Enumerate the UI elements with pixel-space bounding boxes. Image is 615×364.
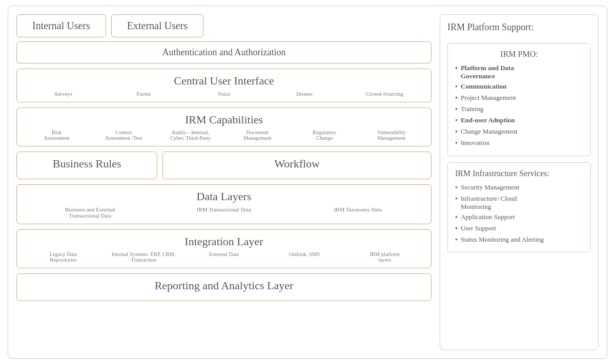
irm-capabilities-items: RiskAssessment ControlAssessment /Test A… — [23, 130, 425, 141]
central-ui-voice: Voice — [184, 91, 264, 97]
pmo-item-communication: Communication — [455, 81, 583, 93]
infra-title: IRM Infrastructure Services: — [455, 169, 583, 178]
data-business: Business and ExternalTransactional Data — [23, 206, 157, 219]
infra-item-user-support: User Support — [455, 223, 583, 234]
irm-pmo-title: IRM PMO: — [455, 50, 583, 59]
data-layers-title: Data Layers — [23, 190, 425, 203]
data-irm-transactional: IRM Transactional Data — [157, 206, 291, 219]
int-external-data: External Data — [184, 251, 264, 263]
int-legacy: Legacy DataRepositories — [23, 251, 104, 263]
int-outlook: Outlook, SMS — [264, 251, 344, 263]
pmo-item-change: Change Management — [455, 126, 583, 138]
infra-item-status: Status Monitoring and Alerting — [455, 234, 583, 246]
pmo-item-project: Project Management — [455, 93, 583, 104]
central-ui-surveys: Surveys — [23, 91, 104, 97]
main-container: Internal Users External Users Authentica… — [8, 6, 607, 359]
central-ui-drones: Drones — [264, 91, 344, 97]
external-users-label: External Users — [127, 20, 188, 31]
infra-list: Security Management Infrastructure/ Clou… — [455, 182, 583, 246]
central-ui-forms: Forms — [104, 91, 184, 97]
cap-control: ControlAssessment /Test — [90, 130, 157, 141]
central-ui-box: Central User Interface Surveys Forms Voi… — [16, 69, 432, 102]
data-irm-taxonomy: IRM Taxonomy Data — [291, 206, 425, 219]
cap-audits: Audits – Internal,Cyber, Third-Party — [157, 130, 224, 141]
business-rules-box: Business Rules — [16, 152, 157, 179]
irm-pmo-box: IRM PMO: Platform and DataGovernance Com… — [447, 43, 591, 156]
integration-layer-title: Integration Layer — [23, 235, 425, 248]
infra-item-cloud: Infrastructure/ CloudMonitoring — [455, 194, 583, 212]
reporting-box: Reporting and Analytics Layer — [16, 273, 432, 301]
irm-capabilities-title: IRM Capabilities — [23, 113, 425, 126]
platform-support-title: IRM Platform Support: — [447, 22, 591, 33]
pmo-item-enduser: End-user Adoption — [455, 115, 583, 126]
pmo-item-training: Training — [455, 104, 583, 115]
pmo-item-innovation: Innovation — [455, 138, 583, 149]
irm-pmo-list: Platform and DataGovernance Communicatio… — [455, 63, 583, 149]
auth-box: Authentication and Authorization — [16, 41, 432, 63]
workflow-box: Workflow — [162, 152, 432, 179]
right-panel: IRM Platform Support: IRM PMO: Platform … — [440, 14, 599, 350]
left-panel: Internal Users External Users Authentica… — [16, 14, 432, 350]
cap-risk: RiskAssessment — [23, 130, 90, 141]
pmo-item-platform: Platform and DataGovernance — [455, 63, 583, 81]
data-layers-items: Business and ExternalTransactional Data … — [23, 206, 425, 219]
cap-regulatory: RegulatoryChange — [291, 130, 358, 141]
integration-layer-box: Integration Layer Legacy DataRepositorie… — [16, 229, 432, 268]
reporting-title: Reporting and Analytics Layer — [23, 279, 425, 292]
auth-label: Authentication and Authorization — [162, 47, 286, 57]
cap-document: DocumentManagement — [224, 130, 291, 141]
irm-capabilities-box: IRM Capabilities RiskAssessment ControlA… — [16, 108, 432, 146]
data-layers-box: Data Layers Business and ExternalTransac… — [16, 184, 432, 224]
integration-items: Legacy DataRepositories Internal Systems… — [23, 251, 425, 263]
rules-workflow-row: Business Rules Workflow — [16, 152, 432, 179]
irm-infra-box: IRM Infrastructure Services: Security Ma… — [447, 162, 591, 253]
workflow-title: Workflow — [169, 157, 425, 170]
int-irm-platform: IRM platformlayers — [344, 251, 425, 263]
central-ui-items: Surveys Forms Voice Drones Crowd-Sourcin… — [23, 91, 425, 97]
cap-vulnerability: VulnerabilityManagement — [358, 130, 425, 141]
internal-users-box: Internal Users — [16, 14, 106, 37]
user-boxes: Internal Users External Users — [16, 14, 432, 37]
internal-users-label: Internal Users — [32, 20, 90, 31]
central-ui-crowdsourcing: Crowd-Sourcing — [344, 91, 425, 97]
external-users-box: External Users — [111, 14, 203, 37]
top-section: Internal Users External Users Authentica… — [16, 14, 432, 63]
infra-item-security: Security Management — [455, 182, 583, 194]
central-ui-title: Central User Interface — [23, 74, 425, 88]
infra-item-app-support: Application Support — [455, 212, 583, 223]
business-rules-title: Business Rules — [23, 157, 151, 170]
int-internal-systems: Internal Systems: ERP, CRM,Transaction — [104, 251, 184, 263]
